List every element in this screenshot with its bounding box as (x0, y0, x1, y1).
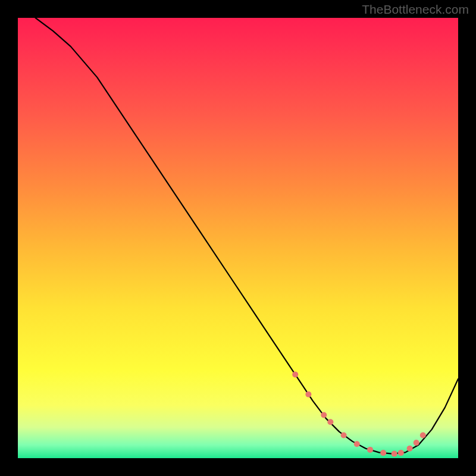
watermark-text: TheBottleneck.com (362, 2, 469, 17)
gradient-background (18, 18, 458, 458)
plot-area (18, 18, 458, 458)
